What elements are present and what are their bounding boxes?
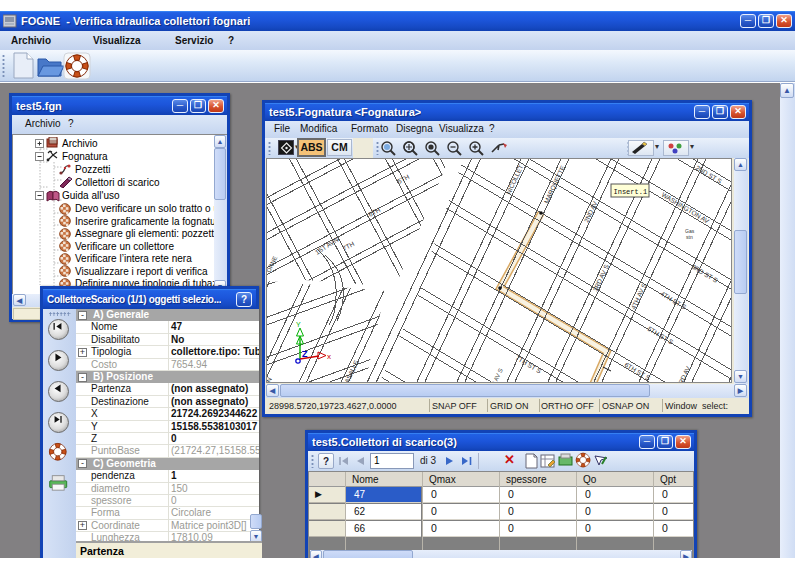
svg-text:WASHINGTON AV: WASHINGTON AV <box>660 191 711 225</box>
svg-text:3RD AV S: 3RD AV S <box>592 263 611 293</box>
svg-text:Z: Z <box>302 349 308 359</box>
svg-text:N: N <box>267 376 273 383</box>
svg-text:7TH: 7TH <box>341 240 355 252</box>
svg-text:Y: Y <box>296 321 301 328</box>
svg-text:MARQUETTE: MARQUETTE <box>543 164 568 205</box>
svg-text:Insert.1: Insert.1 <box>614 188 648 196</box>
svg-text:4TH AV S: 4TH AV S <box>630 281 648 310</box>
svg-text:stn: stn <box>686 234 693 240</box>
svg-text:3RD ST S: 3RD ST S <box>690 263 719 284</box>
svg-text:7TH ST S: 7TH ST S <box>514 354 543 375</box>
svg-text:ORNE: ORNE <box>267 255 278 273</box>
svg-text:5TH: 5TH <box>396 173 410 185</box>
svg-text:x: x <box>327 352 331 361</box>
svg-text:3RD AV: 3RD AV <box>676 364 692 383</box>
